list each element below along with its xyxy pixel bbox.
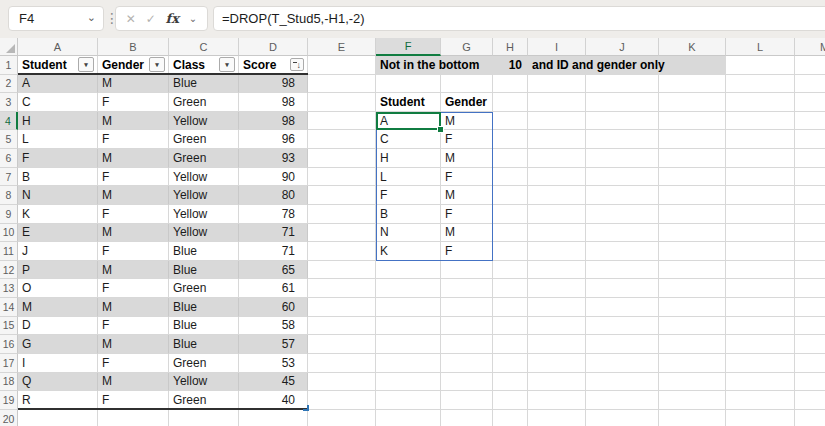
cell-D17[interactable]: 53	[239, 354, 308, 373]
cell-G14[interactable]	[441, 298, 493, 317]
cell-C20[interactable]	[169, 410, 239, 426]
cell-H16[interactable]	[493, 335, 528, 354]
cell-K14[interactable]	[659, 298, 726, 317]
cell-I12[interactable]	[528, 261, 586, 280]
cell-M10[interactable]	[795, 224, 825, 243]
cell-C5[interactable]: Green	[169, 130, 239, 149]
cell-A3[interactable]: C	[18, 93, 98, 112]
cell-K9[interactable]	[659, 205, 726, 224]
cell-C6[interactable]: Green	[169, 149, 239, 168]
cell-A5[interactable]: L	[18, 130, 98, 149]
column-header-A[interactable]: A	[18, 38, 98, 56]
cell-D11[interactable]: 71	[239, 242, 308, 261]
row-header-13[interactable]: 13	[0, 279, 18, 298]
column-header-I[interactable]: I	[528, 38, 586, 56]
cell-E16[interactable]	[308, 335, 376, 354]
cell-I18[interactable]	[528, 373, 586, 392]
cell-E6[interactable]	[308, 149, 376, 168]
cell-B15[interactable]: F	[98, 317, 169, 336]
cell-I6[interactable]	[528, 149, 586, 168]
cell-A16[interactable]: G	[18, 335, 98, 354]
cell-L7[interactable]	[726, 168, 795, 187]
cell-A7[interactable]: B	[18, 168, 98, 187]
cell-C11[interactable]: Blue	[169, 242, 239, 261]
column-header-K[interactable]: K	[659, 38, 726, 56]
cell-G5[interactable]: F	[441, 130, 493, 149]
cell-L11[interactable]	[726, 242, 795, 261]
cell-I11[interactable]	[528, 242, 586, 261]
cell-G4[interactable]: M	[441, 112, 493, 131]
cell-B4[interactable]: M	[98, 112, 169, 131]
cell-J20[interactable]	[586, 410, 659, 426]
cell-A20[interactable]	[18, 410, 98, 426]
cell-A10[interactable]: E	[18, 224, 98, 243]
cell-C2[interactable]: Blue	[169, 75, 239, 94]
cell-L15[interactable]	[726, 317, 795, 336]
cell-M9[interactable]	[795, 205, 825, 224]
cell-B1[interactable]: Gender▾	[98, 56, 169, 75]
cell-L4[interactable]	[726, 112, 795, 131]
cell-M6[interactable]	[795, 149, 825, 168]
cell-J3[interactable]	[586, 93, 659, 112]
cell-M15[interactable]	[795, 317, 825, 336]
formula-input[interactable]: =DROP(T_Stud5,-H1,-2)	[213, 6, 825, 31]
cell-A11[interactable]: J	[18, 242, 98, 261]
cell-I2[interactable]	[528, 75, 586, 94]
cell-K15[interactable]	[659, 317, 726, 336]
cell-K8[interactable]	[659, 186, 726, 205]
row-header-19[interactable]: 19	[0, 391, 18, 410]
fx-chevron-icon[interactable]: ⌄	[189, 13, 197, 24]
cell-M3[interactable]	[795, 93, 825, 112]
cell-F11[interactable]: K	[376, 242, 441, 261]
filter-dropdown-icon[interactable]: ▾	[219, 57, 235, 72]
cell-K7[interactable]	[659, 168, 726, 187]
row-header-3[interactable]: 3	[0, 93, 18, 112]
cell-L19[interactable]	[726, 391, 795, 410]
cell-J12[interactable]	[586, 261, 659, 280]
cell-H5[interactable]	[493, 130, 528, 149]
enter-icon[interactable]: ✓	[146, 12, 156, 26]
column-header-D[interactable]: D	[239, 38, 308, 56]
cell-E13[interactable]	[308, 279, 376, 298]
cell-C7[interactable]: Yellow	[169, 168, 239, 187]
cell-K19[interactable]	[659, 391, 726, 410]
cell-G18[interactable]	[441, 373, 493, 392]
cell-E12[interactable]	[308, 261, 376, 280]
cell-G16[interactable]	[441, 335, 493, 354]
cell-J16[interactable]	[586, 335, 659, 354]
cell-F19[interactable]	[376, 391, 441, 410]
cell-E5[interactable]	[308, 130, 376, 149]
cell-G20[interactable]	[441, 410, 493, 426]
cell-G7[interactable]: F	[441, 168, 493, 187]
cell-E17[interactable]	[308, 354, 376, 373]
cell-H12[interactable]	[493, 261, 528, 280]
cell-E7[interactable]	[308, 168, 376, 187]
cell-D10[interactable]: 71	[239, 224, 308, 243]
cell-F9[interactable]: B	[376, 205, 441, 224]
active-cell-F4[interactable]	[376, 112, 441, 131]
cell-F8[interactable]: F	[376, 186, 441, 205]
cell-C4[interactable]: Yellow	[169, 112, 239, 131]
cell-M18[interactable]	[795, 373, 825, 392]
cell-H4[interactable]	[493, 112, 528, 131]
cell-E18[interactable]	[308, 373, 376, 392]
cell-C16[interactable]: Blue	[169, 335, 239, 354]
column-header-G[interactable]: G	[441, 38, 493, 56]
cell-J5[interactable]	[586, 130, 659, 149]
cell-B2[interactable]: M	[98, 75, 169, 94]
cell-D12[interactable]: 65	[239, 261, 308, 280]
cell-B18[interactable]: M	[98, 373, 169, 392]
cell-A1[interactable]: Student▾	[18, 56, 98, 75]
cell-A8[interactable]: N	[18, 186, 98, 205]
cell-M20[interactable]	[795, 410, 825, 426]
row-header-12[interactable]: 12	[0, 261, 18, 280]
cell-B13[interactable]: F	[98, 279, 169, 298]
cell-I20[interactable]	[528, 410, 586, 426]
cell-H18[interactable]	[493, 373, 528, 392]
cell-H10[interactable]	[493, 224, 528, 243]
cell-A18[interactable]: Q	[18, 373, 98, 392]
cell-F20[interactable]	[376, 410, 441, 426]
cell-E4[interactable]	[308, 112, 376, 131]
cell-E20[interactable]	[308, 410, 376, 426]
cell-J11[interactable]	[586, 242, 659, 261]
